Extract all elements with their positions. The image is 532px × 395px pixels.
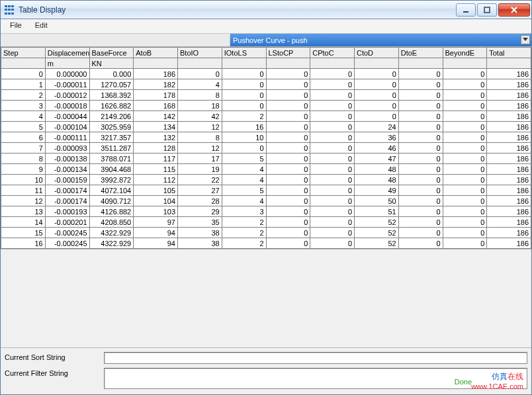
table-cell[interactable]: -0.000159 <box>45 175 89 185</box>
table-cell[interactable]: 186 <box>134 69 178 79</box>
table-cell[interactable]: 2 <box>222 111 266 122</box>
table-row[interactable]: 11-0.0001744072.104105275004900186 <box>1 185 531 196</box>
table-cell[interactable]: -0.000245 <box>45 238 89 249</box>
table-cell[interactable]: 10 <box>1 175 46 185</box>
table-cell[interactable]: -0.000044 <box>45 111 89 122</box>
table-cell[interactable]: 3 <box>1 101 46 111</box>
table-cell[interactable]: 4322.929 <box>89 228 134 238</box>
table-cell[interactable]: 0 <box>266 238 310 249</box>
table-row[interactable]: 16-0.0002454322.92994382005200186 <box>1 238 531 249</box>
table-cell[interactable]: 0 <box>398 164 443 175</box>
table-cell[interactable]: 4 <box>222 164 266 175</box>
table-cell[interactable]: 2 <box>1 90 46 101</box>
table-cell[interactable]: 4208.850 <box>89 217 134 228</box>
column-header[interactable]: Displacemen <box>45 48 89 58</box>
table-cell[interactable]: 0 <box>310 175 355 185</box>
table-cell[interactable]: 0 <box>310 196 355 206</box>
table-cell[interactable]: 2 <box>222 217 266 228</box>
table-row[interactable]: 5-0.0001043025.9591341216002400186 <box>1 122 531 132</box>
table-cell[interactable]: 8 <box>178 90 222 101</box>
table-cell[interactable]: 0 <box>443 101 487 111</box>
table-cell[interactable]: 16 <box>1 238 46 249</box>
table-cell[interactable]: -0.000011 <box>45 79 89 90</box>
table-cell[interactable]: 0 <box>443 79 487 90</box>
table-cell[interactable]: 0 <box>310 79 355 90</box>
table-cell[interactable]: 0 <box>398 79 443 90</box>
table-cell[interactable]: 186 <box>487 238 531 249</box>
table-cell[interactable]: 0 <box>443 111 487 122</box>
table-cell[interactable]: -0.000201 <box>45 217 89 228</box>
table-cell[interactable]: 10 <box>222 132 266 143</box>
table-cell[interactable]: 0 <box>398 122 443 132</box>
table-cell[interactable]: 2149.206 <box>89 111 134 122</box>
table-cell[interactable]: 5 <box>1 122 46 132</box>
table-cell[interactable]: 0.000 <box>89 69 134 79</box>
table-cell[interactable]: 1626.882 <box>89 101 134 111</box>
table-cell[interactable]: 0 <box>266 154 310 164</box>
table-cell[interactable]: 42 <box>178 111 222 122</box>
table-cell[interactable]: 15 <box>1 228 46 238</box>
table-cell[interactable]: 0 <box>266 79 310 90</box>
column-header[interactable]: Step <box>1 48 46 58</box>
column-header[interactable]: CPtoC <box>310 48 355 58</box>
column-header[interactable]: AtoB <box>134 48 178 58</box>
menu-file[interactable]: File <box>3 19 28 33</box>
table-cell[interactable]: 0 <box>398 143 443 154</box>
table-cell[interactable]: 29 <box>178 206 222 217</box>
table-cell[interactable]: 112 <box>134 175 178 185</box>
table-cell[interactable]: 186 <box>487 228 531 238</box>
table-cell[interactable]: 5 <box>222 154 266 164</box>
table-cell[interactable]: 4 <box>178 79 222 90</box>
table-cell[interactable]: 4 <box>1 111 46 122</box>
table-cell[interactable]: 0 <box>398 206 443 217</box>
table-cell[interactable]: 0 <box>398 185 443 196</box>
table-cell[interactable]: 0 <box>310 185 355 196</box>
column-header[interactable]: DtoE <box>398 48 443 58</box>
table-cell[interactable]: 0 <box>1 69 46 79</box>
table-cell[interactable]: 97 <box>134 217 178 228</box>
table-cell[interactable]: 36 <box>355 132 399 143</box>
table-cell[interactable]: 186 <box>487 206 531 217</box>
table-cell[interactable]: 0 <box>443 90 487 101</box>
menu-edit[interactable]: Edit <box>28 19 54 33</box>
table-cell[interactable]: 0 <box>266 164 310 175</box>
table-cell[interactable]: 48 <box>355 164 399 175</box>
column-header[interactable]: IOtoLS <box>222 48 266 58</box>
table-cell[interactable]: 3992.872 <box>89 175 134 185</box>
table-cell[interactable]: 0 <box>310 228 355 238</box>
close-button[interactable] <box>498 3 530 17</box>
table-cell[interactable]: 0 <box>266 175 310 185</box>
table-cell[interactable]: 0 <box>443 154 487 164</box>
table-cell[interactable]: 0 <box>266 143 310 154</box>
table-cell[interactable]: 0 <box>310 206 355 217</box>
table-cell[interactable]: 28 <box>178 196 222 206</box>
table-cell[interactable]: 27 <box>178 185 222 196</box>
table-row[interactable]: 10-0.0001593992.872112224004800186 <box>1 175 531 185</box>
table-cell[interactable]: 186 <box>487 217 531 228</box>
table-cell[interactable]: 104 <box>134 196 178 206</box>
table-cell[interactable]: 4 <box>222 196 266 206</box>
table-cell[interactable]: 0 <box>310 164 355 175</box>
table-cell[interactable]: 0 <box>443 206 487 217</box>
table-cell[interactable]: 2 <box>222 228 266 238</box>
table-cell[interactable]: 0 <box>355 90 399 101</box>
table-cell[interactable]: 178 <box>134 90 178 101</box>
table-cell[interactable]: 0 <box>398 132 443 143</box>
table-cell[interactable]: 13 <box>1 206 46 217</box>
table-cell[interactable]: 186 <box>487 154 531 164</box>
table-cell[interactable]: 12 <box>178 122 222 132</box>
table-cell[interactable]: 0 <box>310 122 355 132</box>
table-cell[interactable]: 0 <box>310 143 355 154</box>
table-cell[interactable]: 0 <box>398 101 443 111</box>
table-cell[interactable]: -0.000018 <box>45 101 89 111</box>
table-cell[interactable]: 0 <box>310 132 355 143</box>
table-cell[interactable]: 0 <box>398 238 443 249</box>
table-cell[interactable]: 0 <box>266 122 310 132</box>
column-header[interactable]: BaseForce <box>89 48 134 58</box>
table-cell[interactable]: -0.000134 <box>45 164 89 175</box>
table-cell[interactable]: 0 <box>310 217 355 228</box>
table-cell[interactable]: -0.000174 <box>45 196 89 206</box>
table-cell[interactable]: 0 <box>398 154 443 164</box>
table-cell[interactable]: 2 <box>222 238 266 249</box>
column-header[interactable]: Total <box>487 48 531 58</box>
